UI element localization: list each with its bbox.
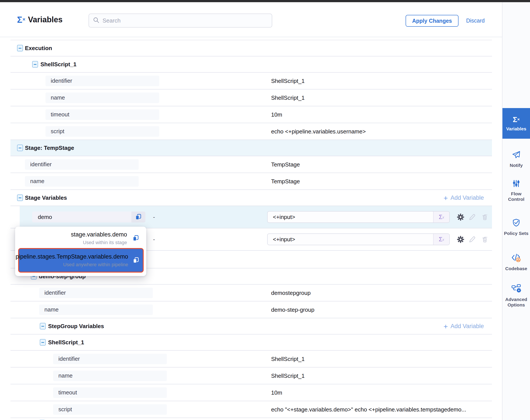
search-placeholder: Search: [103, 17, 120, 24]
table-row: namedemo-step-group: [11, 301, 492, 318]
sidebar-item-codebase[interactable]: Codebase: [502, 250, 530, 274]
table-row: identifierTempStage: [11, 156, 492, 173]
field-value: demostepgroup: [271, 289, 311, 296]
variable-value: <+input>: [268, 236, 433, 243]
add-variable-label: Add Variable: [450, 195, 484, 201]
sidebar-item-label: Notify: [509, 163, 524, 168]
field-name-box: script: [45, 126, 159, 137]
table-row: timeout10m: [11, 106, 492, 123]
expression-toggle-icon[interactable]: Σx: [433, 234, 449, 245]
field-name-box: name: [39, 304, 153, 315]
window-top-bar: [0, 0, 530, 2]
variable-path-text: pipeline.stages.TempStage.variables.demo…: [15, 253, 128, 268]
collapse-toggle-icon[interactable]: [40, 323, 46, 330]
field-value: demo-step-group: [271, 306, 314, 313]
sidebar-item-advanced-options[interactable]: Advanced Options: [502, 282, 530, 309]
variable-path-popup: stage.variables.demoUsed within its stag…: [15, 227, 146, 276]
settings-gear-icon[interactable]: [456, 213, 465, 221]
apply-changes-button[interactable]: Apply Changes: [406, 15, 458, 27]
copy-icon[interactable]: [132, 235, 140, 242]
sidebar-item-label: Variables: [505, 126, 527, 132]
field-name-box: timeout: [53, 387, 167, 398]
sigma-icon: Σ×: [513, 115, 520, 124]
field-value: ShellScript_1: [271, 356, 305, 362]
delete-trash-icon[interactable]: [481, 235, 489, 243]
variable-value-input[interactable]: <+input>Σx: [267, 233, 450, 245]
section-row: Stage: TempStage: [11, 140, 492, 156]
expression-toggle-icon[interactable]: Σx: [433, 211, 449, 223]
field-name-box: script: [53, 404, 167, 415]
table-row: identifierdemostepgroup: [11, 285, 492, 301]
table-row: [11, 418, 492, 420]
field-name-box: name: [25, 176, 139, 187]
field-value: TempStage: [271, 178, 300, 185]
sidebar-item-variables[interactable]: Σ×Variables: [502, 108, 530, 139]
variables-panel: Σ× Variables Search Apply Changes Discar…: [0, 0, 530, 420]
variable-value: <+input>: [268, 214, 433, 221]
collapse-toggle-icon[interactable]: [32, 61, 38, 68]
table-row: nameShellScript_1: [11, 367, 492, 384]
discard-button[interactable]: Discard: [466, 17, 485, 24]
section-row: Execution: [11, 40, 492, 57]
collapse-toggle-icon[interactable]: [40, 339, 46, 346]
code-warning-icon: [511, 253, 521, 264]
copy-icon[interactable]: [132, 211, 145, 223]
right-icon-rail: Σ×VariablesNotifyFlow ControlPolicy Sets…: [502, 2, 530, 420]
panel-header: Σ× Variables Search Apply Changes Discar…: [0, 2, 502, 37]
section-label: ShellScript_1: [48, 339, 84, 346]
sidebar-item-label: Advanced Options: [502, 297, 530, 308]
section-label: Stage Variables: [25, 195, 67, 201]
variable-path: stage.variables.demo: [71, 231, 127, 238]
sidebar-item-label: Codebase: [504, 266, 528, 271]
field-value: ShellScript_1: [271, 77, 305, 84]
page-title: Variables: [28, 14, 62, 26]
variable-row: demo-<+input>Σx: [11, 206, 492, 228]
collapse-toggle-icon[interactable]: [17, 45, 23, 51]
section-label: ShellScript_1: [41, 61, 76, 68]
variable-value-input[interactable]: <+input>Σx: [267, 211, 450, 223]
table-row: scriptecho "<+stage.variables.demo>" ech…: [11, 401, 492, 418]
variable-name: demo: [32, 214, 132, 221]
variable-scope-hint: Used anywhere within pipeline: [63, 262, 128, 268]
variable-description: -: [153, 214, 155, 221]
delete-trash-icon[interactable]: [481, 213, 489, 221]
sidebar-item-flow-control[interactable]: Flow Control: [502, 177, 530, 204]
section-row: Stage Variables+Add Variable: [11, 190, 492, 206]
add-variable-button[interactable]: +Add Variable: [444, 195, 484, 201]
section-row: StepGroup Variables+Add Variable: [11, 318, 492, 334]
sidebar-item-policy-sets[interactable]: Policy Sets: [502, 213, 530, 241]
collapse-toggle-icon[interactable]: [17, 195, 23, 201]
section-row: ShellScript_1: [11, 57, 492, 73]
field-value: echo "<+stage.variables.demo>" echo <+pi…: [271, 406, 466, 413]
variable-name-field[interactable]: demo: [32, 211, 145, 223]
settings-gear-icon[interactable]: [456, 235, 465, 243]
field-value: TempStage: [271, 161, 300, 168]
search-input[interactable]: Search: [88, 14, 272, 28]
sidebar-item-label: Policy Sets: [503, 231, 529, 236]
copy-icon[interactable]: [132, 257, 140, 264]
section-label: Stage: TempStage: [25, 145, 74, 151]
sidebar-item-notify[interactable]: Notify: [502, 147, 530, 171]
plus-icon: +: [444, 195, 448, 201]
table-row: identifierShellScript_1: [11, 73, 492, 90]
search-icon: [93, 17, 100, 24]
variables-sigma-icon: Σ×: [17, 14, 25, 27]
variable-path-text: stage.variables.demoUsed within its stag…: [71, 231, 127, 245]
variable-path-option[interactable]: stage.variables.demoUsed within its stag…: [18, 231, 144, 246]
field-value: 10m: [271, 111, 282, 118]
table-row: nameShellScript_1: [11, 90, 492, 106]
field-name-box: timeout: [45, 109, 159, 120]
edit-pencil-icon[interactable]: [468, 213, 476, 221]
section-label: StepGroup Variables: [48, 323, 104, 330]
variable-scope-hint: Used within its stage: [83, 240, 127, 245]
variable-path: pipeline.stages.TempStage.variables.demo: [15, 253, 128, 260]
add-variable-button[interactable]: +Add Variable: [444, 323, 484, 330]
collapse-toggle-icon[interactable]: [17, 145, 23, 151]
table-row: identifierShellScript_1: [11, 351, 492, 367]
field-name-box: identifier: [45, 76, 159, 86]
edit-pencil-icon[interactable]: [468, 235, 476, 243]
field-value: ShellScript_1: [271, 94, 305, 101]
section-label: Execution: [25, 45, 52, 52]
variable-path-option[interactable]: pipeline.stages.TempStage.variables.demo…: [18, 248, 144, 272]
field-name-box: identifier: [25, 159, 139, 170]
